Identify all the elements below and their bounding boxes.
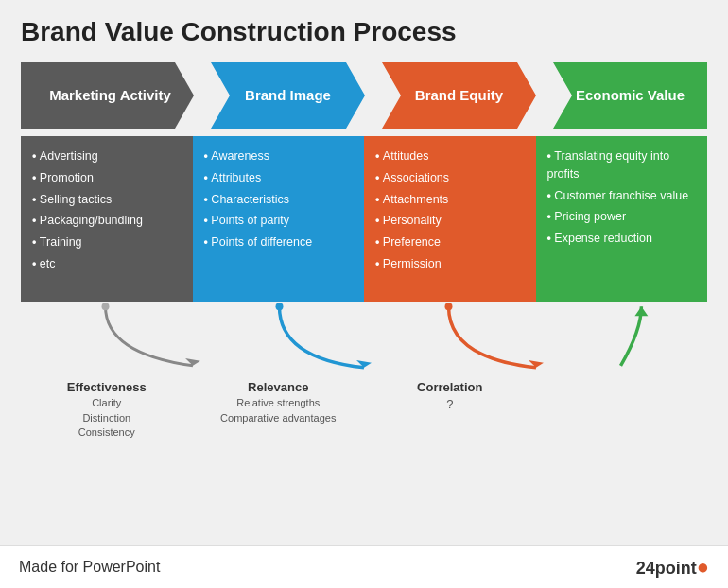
list-item: etc (32, 253, 182, 275)
list-item: Awareness (204, 146, 354, 167)
arrows-container (21, 302, 707, 377)
brand-image-list: Awareness Attributes Characteristics Poi… (204, 146, 354, 253)
relevance-sub: Relative strengths Comparative advantage… (197, 396, 361, 425)
footer-left-text: Made for PowerPoint (19, 559, 160, 576)
effectiveness-sub: Clarity Distinction Consistency (25, 396, 189, 440)
list-item: Promotion (32, 167, 182, 189)
seg1-label: Marketing Activity (36, 87, 179, 104)
content-box-brand-image: Awareness Attributes Characteristics Poi… (193, 136, 365, 302)
list-item: Pricing power (547, 206, 697, 228)
list-item: Points of difference (204, 232, 354, 253)
footer: Made for PowerPoint 24point● (0, 545, 728, 588)
correlation-title: Correlation (368, 379, 532, 396)
list-item: Advertising (32, 146, 182, 167)
brand-equity-list: Attitudes Associations Attachments Perso… (375, 146, 525, 275)
segment-brand-image: Brand Image (192, 62, 365, 129)
arrow-banner-row: Marketing Activity Brand Image Brand Equ… (21, 62, 707, 129)
list-item: Training (32, 232, 182, 253)
economic-value-list: Translating equity into profits Customer… (547, 146, 697, 250)
segment-brand-equity: Brand Equity (363, 62, 536, 129)
segment-economic-value: Economic Value (534, 62, 707, 129)
label-empty (536, 377, 708, 441)
svg-point-3 (276, 303, 284, 310)
correlation-sub: ? (368, 396, 532, 413)
footer-right-text: 24point● (636, 555, 709, 579)
svg-marker-6 (634, 306, 648, 316)
label-relevance: Relevance Relative strengths Comparative… (193, 377, 365, 441)
list-item: Selling tactics (32, 189, 182, 211)
list-item: Permission (375, 253, 525, 275)
footer-brand-text: 24point (636, 559, 697, 578)
list-item: Characteristics (204, 189, 354, 211)
content-box-marketing: Advertising Promotion Selling tactics Pa… (21, 136, 193, 302)
content-box-economic-value: Translating equity into profits Customer… (536, 136, 708, 302)
list-item: Personality (375, 210, 525, 232)
list-item: Points of parity (204, 210, 354, 232)
segment-marketing-activity: Marketing Activity (21, 62, 194, 129)
label-correlation: Correlation ? (364, 377, 536, 441)
list-item: Packaging/bundling (32, 210, 182, 232)
marketing-list: Advertising Promotion Selling tactics Pa… (32, 146, 182, 275)
seg4-label: Economic Value (549, 87, 692, 104)
svg-point-5 (445, 303, 453, 310)
page-title: Brand Value Construction Process (21, 17, 707, 47)
list-item: Translating equity into profits (547, 146, 697, 185)
list-item: Expense reduction (547, 228, 697, 250)
content-row: Advertising Promotion Selling tactics Pa… (21, 136, 707, 302)
labels-row: Effectiveness Clarity Distinction Consis… (21, 377, 707, 441)
list-item: Attributes (204, 167, 354, 189)
seg2-label: Brand Image (218, 87, 338, 104)
list-item: Attitudes (375, 146, 525, 167)
content-box-brand-equity: Attitudes Associations Attachments Perso… (364, 136, 536, 302)
svg-point-1 (102, 303, 110, 310)
main-container: Brand Value Construction Process Marketi… (0, 0, 728, 545)
list-item: Attachments (375, 189, 525, 211)
curved-arrows-svg (21, 302, 707, 377)
list-item: Associations (375, 167, 525, 189)
seg3-label: Brand Equity (389, 87, 511, 104)
list-item: Preference (375, 232, 525, 253)
effectiveness-title: Effectiveness (25, 379, 189, 396)
label-effectiveness: Effectiveness Clarity Distinction Consis… (21, 377, 193, 441)
list-item: Customer franchise value (547, 185, 697, 207)
footer-orange-dot: ● (697, 555, 709, 579)
relevance-title: Relevance (197, 379, 361, 396)
